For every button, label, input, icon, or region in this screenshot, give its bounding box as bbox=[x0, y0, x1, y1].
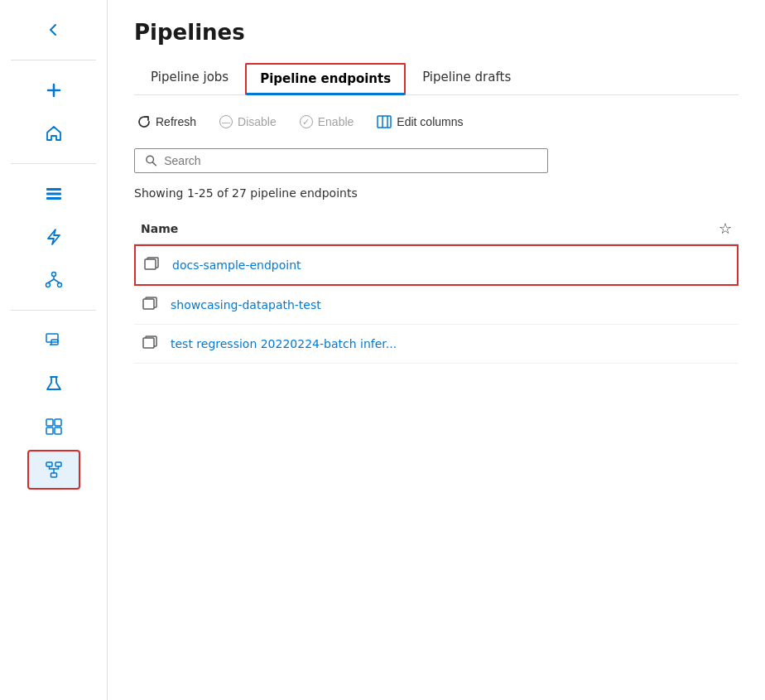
svg-rect-9 bbox=[55, 419, 61, 426]
svg-rect-22 bbox=[143, 338, 154, 348]
svg-point-3 bbox=[51, 273, 55, 277]
svg-rect-20 bbox=[143, 299, 154, 309]
svg-point-5 bbox=[57, 283, 61, 287]
search-box[interactable] bbox=[134, 148, 548, 173]
table-row[interactable]: showcasing-datapath-test bbox=[134, 286, 739, 325]
table-header: Name ☆ bbox=[134, 213, 739, 244]
tab-pipeline-endpoints[interactable]: Pipeline endpoints bbox=[245, 63, 406, 95]
sidebar-item-network[interactable] bbox=[27, 260, 80, 300]
svg-rect-15 bbox=[378, 116, 391, 128]
edit-columns-icon bbox=[377, 115, 392, 128]
refresh-button[interactable]: Refresh bbox=[134, 112, 200, 132]
endpoint-name-link[interactable]: showcasing-datapath-test bbox=[171, 298, 732, 311]
toolbar: Refresh — Disable ✓ Enable Edit columns bbox=[134, 112, 739, 132]
sidebar-item-back[interactable] bbox=[27, 10, 80, 50]
enable-button[interactable]: ✓ Enable bbox=[296, 112, 358, 132]
disable-icon: — bbox=[219, 115, 233, 128]
refresh-icon bbox=[137, 115, 151, 128]
table-container: Name ☆ docs-sample-endpoint showcasing-d… bbox=[134, 213, 739, 680]
tab-pipeline-drafts[interactable]: Pipeline drafts bbox=[406, 61, 527, 95]
table-row[interactable]: docs-sample-endpoint bbox=[134, 244, 739, 286]
search-container bbox=[134, 148, 739, 173]
disable-button[interactable]: — Disable bbox=[216, 112, 280, 132]
svg-rect-8 bbox=[46, 419, 53, 426]
tab-pipeline-jobs[interactable]: Pipeline jobs bbox=[134, 61, 245, 95]
svg-rect-1 bbox=[46, 193, 61, 196]
result-count: Showing 1-25 of 27 pipeline endpoints bbox=[134, 186, 739, 200]
sidebar-divider-3 bbox=[11, 310, 96, 311]
sidebar-item-home[interactable] bbox=[27, 113, 80, 153]
svg-rect-0 bbox=[46, 188, 61, 191]
svg-rect-6 bbox=[46, 334, 58, 342]
sidebar-item-monitor[interactable] bbox=[27, 321, 80, 360]
main-content: Pipelines Pipeline jobs Pipeline endpoin… bbox=[108, 0, 765, 700]
endpoint-name-link[interactable]: docs-sample-endpoint bbox=[172, 258, 730, 272]
search-icon bbox=[145, 154, 157, 167]
endpoint-icon bbox=[141, 296, 161, 314]
sidebar-item-pipelines[interactable] bbox=[27, 450, 80, 490]
svg-rect-11 bbox=[55, 427, 61, 434]
sidebar-divider-1 bbox=[11, 60, 96, 60]
endpoint-icon bbox=[142, 256, 162, 274]
table-row[interactable]: test regression 20220224-batch infer... bbox=[134, 325, 739, 364]
edit-columns-button[interactable]: Edit columns bbox=[373, 112, 466, 132]
column-name-header: Name bbox=[134, 222, 699, 235]
endpoint-name-link[interactable]: test regression 20220224-batch infer... bbox=[171, 337, 732, 350]
tabs-container: Pipeline jobs Pipeline endpoints Pipelin… bbox=[134, 61, 739, 95]
svg-point-4 bbox=[46, 283, 50, 287]
search-input[interactable] bbox=[164, 154, 537, 167]
sidebar bbox=[0, 0, 108, 700]
svg-rect-10 bbox=[46, 427, 53, 434]
sidebar-item-flask[interactable] bbox=[27, 364, 80, 403]
sidebar-divider-2 bbox=[11, 163, 96, 164]
sidebar-item-grid[interactable] bbox=[27, 407, 80, 447]
svg-rect-18 bbox=[145, 259, 156, 269]
sidebar-item-add[interactable] bbox=[27, 70, 80, 110]
enable-icon: ✓ bbox=[300, 115, 313, 128]
tab-pipeline-endpoints-wrapper: Pipeline endpoints bbox=[245, 63, 406, 95]
endpoint-icon bbox=[141, 335, 161, 353]
sidebar-item-lightning[interactable] bbox=[27, 217, 80, 257]
svg-rect-2 bbox=[46, 197, 61, 200]
sidebar-item-list[interactable] bbox=[27, 174, 80, 214]
star-column-header[interactable]: ☆ bbox=[712, 220, 739, 237]
page-title: Pipelines bbox=[134, 20, 739, 45]
